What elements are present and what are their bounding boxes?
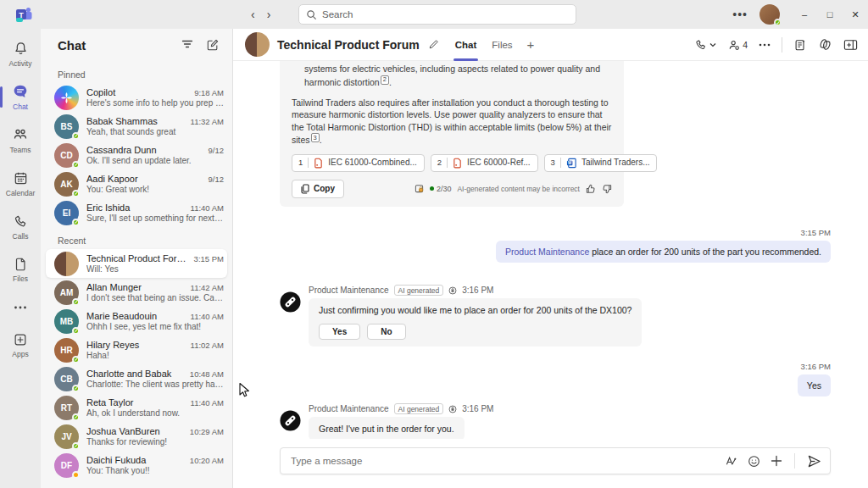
copilot-avatar <box>54 86 79 110</box>
call-button[interactable] <box>694 38 716 52</box>
message-text: place an order for 200 units of the part… <box>589 247 821 257</box>
avatar: CD <box>54 143 79 168</box>
search-input[interactable]: Search <box>298 4 576 25</box>
chat-header: Technical Product Forum Chat Files + 4 <box>233 29 868 61</box>
chat-name: Marie Beaudouin <box>86 311 186 321</box>
back-button[interactable]: ‹ <box>251 6 255 23</box>
usage-value: 2/30 <box>437 183 452 196</box>
rail-label: Files <box>13 274 28 283</box>
presence-indicator <box>72 356 80 363</box>
message-timestamp: 3:15 PM <box>801 228 831 237</box>
chat-list-item[interactable]: MB Marie Beaudouin11:40 AM Ohhh I see, y… <box>41 307 232 336</box>
send-icon[interactable] <box>807 454 821 469</box>
chat-name: Babak Shammas <box>86 116 186 126</box>
chat-list-item[interactable]: BS Babak Shammas11:32 AM Yeah, that soun… <box>41 112 232 141</box>
sender-name: Product Maintenance <box>309 404 389 413</box>
section-label-pinned: Pinned <box>41 61 232 83</box>
citations-row: 1 IEC 61000-Combined... 2 IEC 60000-Ref.… <box>292 154 612 172</box>
chat-name: Charlotte and Babak <box>86 369 185 379</box>
meeting-notes-icon[interactable] <box>793 38 807 52</box>
chat-time: 11:42 AM <box>191 283 224 292</box>
chat-list-panel: Chat Pinned Copilot9:18 AM Here's some i… <box>41 29 233 488</box>
rail-item-chat[interactable]: Chat <box>0 75 41 119</box>
chat-list-item[interactable]: CD Cassandra Dunn9/12 Ok. I'll send an u… <box>41 141 232 169</box>
maximize-button[interactable]: □ <box>817 0 843 29</box>
rail-item-teams[interactable]: Teams <box>0 119 41 162</box>
message-input[interactable] <box>291 456 725 466</box>
chat-list-item[interactable]: AK Aadi Kapoor9/12 You: Great work! <box>41 169 232 198</box>
open-side-pane-icon[interactable] <box>843 39 858 51</box>
edit-name-icon[interactable] <box>428 39 439 50</box>
chat-preview: Charlotte: The client was pretty happy w… <box>86 380 224 389</box>
new-chat-icon[interactable] <box>207 39 219 51</box>
chat-list-item[interactable]: JV Joshua VanBuren10:29 AM Thanks for re… <box>41 422 232 451</box>
user-avatar[interactable] <box>760 4 780 25</box>
citation-pill[interactable]: 3 W Tailwind Traders... <box>544 154 658 172</box>
rail-item-files[interactable]: Files <box>0 248 41 291</box>
rail-label: Calls <box>13 232 29 241</box>
mention-link[interactable]: Product Maintenance <box>505 247 589 257</box>
emoji-icon[interactable] <box>748 455 760 468</box>
yes-button[interactable]: Yes <box>319 324 360 340</box>
chat-list-item[interactable]: RT Reta Taylor11:40 AM Ah, ok I understa… <box>41 393 232 422</box>
word-file-icon: W <box>566 158 576 169</box>
phone-icon <box>13 214 29 230</box>
add-tab-button[interactable]: + <box>520 37 542 52</box>
chat-list-item[interactable]: DF Daichi Fukuda10:20 AM You: Thank you!… <box>41 451 232 480</box>
close-button[interactable]: ✕ <box>843 0 868 29</box>
forward-button[interactable]: › <box>267 6 271 23</box>
tab-chat[interactable]: Chat <box>448 29 485 61</box>
avatar: RT <box>54 396 79 420</box>
copilot-icon[interactable] <box>818 37 832 52</box>
rail-item-apps[interactable]: Apps <box>0 324 41 367</box>
avatar-initials: JV <box>61 432 71 441</box>
titlebar-more-button[interactable]: ••• <box>732 8 748 21</box>
rail-item-calls[interactable]: Calls <box>0 205 41 248</box>
no-button[interactable]: No <box>367 324 405 340</box>
citation-pill[interactable]: 2 IEC 60000-Ref... <box>431 154 538 172</box>
citation-pill[interactable]: 1 IEC 61000-Combined... <box>292 154 425 172</box>
chat-list-item-selected[interactable]: Technical Product Forum3:15 PM Will: Yes <box>46 249 227 278</box>
answer-text: . <box>389 76 392 86</box>
apps-icon <box>13 332 28 347</box>
calendar-icon <box>13 170 29 186</box>
avatar: DF <box>54 453 79 478</box>
header-more-button[interactable] <box>759 43 771 47</box>
bell-icon <box>13 41 29 57</box>
chat-list-item-copilot[interactable]: Copilot9:18 AM Here's some info to help … <box>41 83 232 112</box>
bot-message: Product Maintenance AI generated 3:16 PM… <box>280 285 831 347</box>
chat-name: Allan Munger <box>86 282 186 292</box>
minimize-button[interactable]: – <box>792 0 817 29</box>
rail-more-button[interactable] <box>0 291 41 324</box>
teams-logo-icon: T <box>14 4 34 25</box>
copy-button[interactable]: Copy <box>292 180 344 199</box>
chat-list-item[interactable]: AM Allan Munger11:42 AM I don't see that… <box>41 278 232 307</box>
message-text: Yes <box>807 380 821 391</box>
rail-item-calendar[interactable]: Calendar <box>0 162 41 205</box>
message-list: systems for electric vehicles, including… <box>233 61 868 439</box>
tab-files[interactable]: Files <box>484 29 520 61</box>
thumbs-down-icon[interactable] <box>602 184 612 194</box>
format-icon[interactable] <box>725 455 737 468</box>
chat-list-item[interactable]: HR Hilary Reyes11:02 AM Haha! <box>41 336 232 364</box>
citation-marker[interactable]: 2 <box>381 75 389 85</box>
chat-time: 9/12 <box>209 146 225 155</box>
presence-indicator <box>72 132 80 140</box>
rail-label: Calendar <box>6 189 36 197</box>
filter-icon[interactable] <box>181 39 193 51</box>
answer-paragraph: systems for electric vehicles, including… <box>304 63 612 88</box>
citation-filename: IEC 60000-Ref... <box>467 157 530 169</box>
chat-preview: You: Thank you!! <box>86 466 224 475</box>
rail-item-activity[interactable]: Activity <box>0 32 41 75</box>
chat-list-item[interactable]: EI Eric Ishida11:40 AM Sure, I'll set up… <box>41 198 232 227</box>
chat-name: Technical Product Forum <box>86 253 189 263</box>
attach-plus-icon[interactable] <box>771 455 782 467</box>
chat-time: 10:48 AM <box>190 369 224 379</box>
thumbs-up-icon[interactable] <box>586 184 596 194</box>
citation-marker[interactable]: 3 <box>311 133 320 142</box>
participants-button[interactable]: 4 <box>727 38 748 52</box>
sent-message: 3:15 PM Product Maintenance place an ord… <box>280 228 831 263</box>
file-icon <box>13 257 28 272</box>
chat-list-item[interactable]: CB Charlotte and Babak10:48 AM Charlotte… <box>41 364 232 393</box>
presence-indicator <box>72 298 80 306</box>
